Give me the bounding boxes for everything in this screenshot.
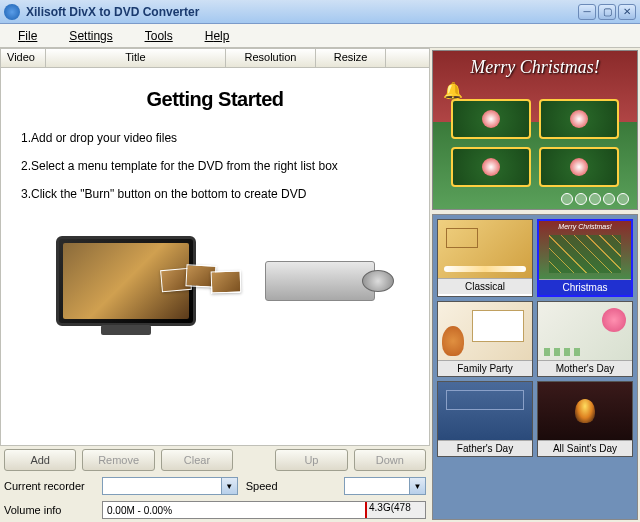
template-mothers-day[interactable]: Mother's Day — [537, 301, 633, 377]
preview-slot[interactable] — [539, 99, 619, 139]
template-all-saints-day[interactable]: All Saint's Day — [537, 381, 633, 457]
maximize-button[interactable]: ▢ — [598, 4, 616, 20]
preview-nav — [561, 193, 629, 205]
template-label: Christmas — [539, 279, 631, 295]
menu-tools[interactable]: Tools — [135, 27, 183, 45]
template-label: Father's Day — [438, 440, 532, 456]
preview-banner: Merry Christmas! — [441, 57, 629, 78]
step-2: 2.Select a menu template for the DVD fro… — [21, 159, 409, 173]
menu-file[interactable]: File — [8, 27, 47, 45]
getting-started-heading: Getting Started — [21, 88, 409, 111]
dvd-player-graphic — [265, 261, 375, 301]
illustration — [21, 221, 409, 341]
remove-button[interactable]: Remove — [82, 449, 154, 471]
nav-dot[interactable] — [575, 193, 587, 205]
template-christmas[interactable]: Christmas — [537, 219, 633, 297]
flow-graphic — [161, 261, 261, 301]
preview-slot[interactable] — [539, 147, 619, 187]
volume-bar: 0.00M - 0.00% 4.3G(478 — [102, 501, 426, 519]
template-label: All Saint's Day — [538, 440, 632, 456]
preview-slot[interactable] — [451, 99, 531, 139]
step-1: 1.Add or drop your video files — [21, 131, 409, 145]
up-button[interactable]: Up — [275, 449, 347, 471]
col-video[interactable]: Video — [1, 49, 46, 67]
chevron-down-icon[interactable]: ▼ — [221, 478, 237, 494]
clear-button[interactable]: Clear — [161, 449, 233, 471]
titlebar: Xilisoft DivX to DVD Converter ─ ▢ ✕ — [0, 0, 640, 24]
menubar: File Settings Tools Help — [0, 24, 640, 48]
template-preview: Merry Christmas! 🔔 — [432, 50, 638, 210]
nav-dot[interactable] — [589, 193, 601, 205]
template-label: Family Party — [438, 360, 532, 376]
preview-slot[interactable] — [451, 147, 531, 187]
template-label: Mother's Day — [538, 360, 632, 376]
menu-help[interactable]: Help — [195, 27, 240, 45]
volume-row: Volume info 0.00M - 0.00% 4.3G(478 — [0, 498, 430, 522]
col-resolution[interactable]: Resolution — [226, 49, 316, 67]
step-3: 3.Click the "Burn" button on the bottom … — [21, 187, 409, 201]
chevron-down-icon[interactable]: ▼ — [409, 478, 425, 494]
template-classical[interactable]: Classical — [437, 219, 533, 297]
nav-dot[interactable] — [617, 193, 629, 205]
app-icon — [4, 4, 20, 20]
template-list[interactable]: Classical Christmas Family Party Mother'… — [432, 214, 638, 520]
template-family-party[interactable]: Family Party — [437, 301, 533, 377]
close-button[interactable]: ✕ — [618, 4, 636, 20]
down-button[interactable]: Down — [354, 449, 426, 471]
bells-icon: 🔔 — [443, 81, 463, 100]
template-fathers-day[interactable]: Father's Day — [437, 381, 533, 457]
recorder-row: Current recorder ▼ Speed ▼ — [0, 474, 430, 498]
col-title[interactable]: Title — [46, 49, 226, 67]
button-row: Add Remove Clear Up Down — [0, 446, 430, 474]
recorder-combo[interactable]: ▼ — [102, 477, 238, 495]
recorder-label: Current recorder — [4, 480, 98, 492]
left-panel: Video Title Resolution Resize Getting St… — [0, 48, 430, 522]
right-panel: Merry Christmas! 🔔 Classical — [430, 48, 640, 522]
file-list-header: Video Title Resolution Resize — [0, 48, 430, 68]
nav-dot[interactable] — [603, 193, 615, 205]
add-button[interactable]: Add — [4, 449, 76, 471]
volume-used-text: 0.00M - 0.00% — [107, 505, 172, 516]
template-label: Classical — [438, 278, 532, 294]
file-list-area[interactable]: Getting Started 1.Add or drop your video… — [0, 68, 430, 446]
window-title: Xilisoft DivX to DVD Converter — [26, 5, 576, 19]
speed-label: Speed — [246, 480, 340, 492]
minimize-button[interactable]: ─ — [578, 4, 596, 20]
col-resize[interactable]: Resize — [316, 49, 386, 67]
volume-label: Volume info — [4, 504, 98, 516]
volume-capacity-marker: 4.3G(478 — [365, 502, 425, 518]
speed-combo[interactable]: ▼ — [344, 477, 426, 495]
menu-settings[interactable]: Settings — [59, 27, 122, 45]
nav-dot[interactable] — [561, 193, 573, 205]
